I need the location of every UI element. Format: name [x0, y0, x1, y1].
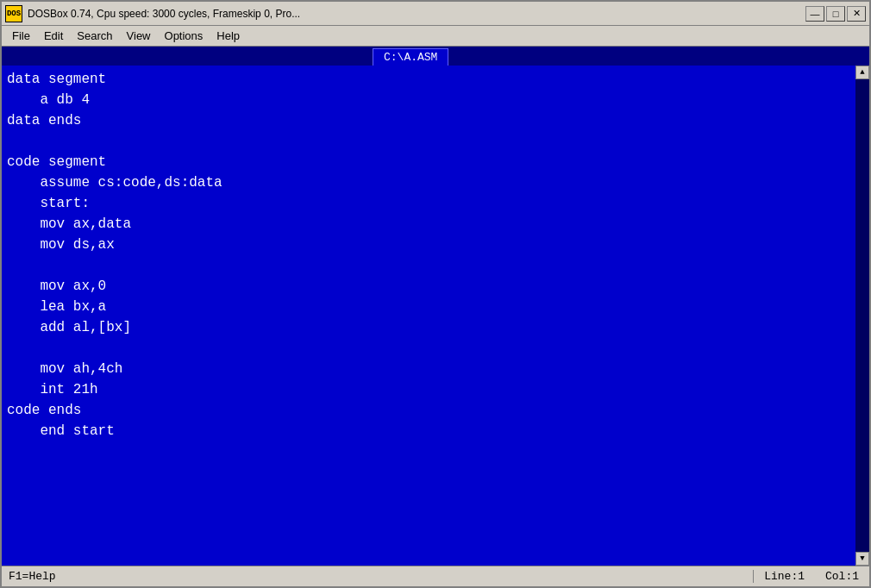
restore-button[interactable]: □ [826, 6, 845, 22]
status-bar: F1=Help Line:1 Col:1 [2, 566, 869, 586]
status-line: Line:1 [753, 570, 815, 583]
menu-help[interactable]: Help [210, 28, 247, 44]
scroll-down-button[interactable]: ▼ [855, 552, 869, 566]
menu-edit[interactable]: Edit [37, 28, 70, 44]
app-window: DOS DOSBox 0.74, Cpu speed: 3000 cycles,… [0, 0, 871, 588]
menu-view[interactable]: View [120, 28, 158, 44]
scroll-up-button[interactable]: ▲ [855, 66, 869, 79]
status-col: Col:1 [815, 570, 869, 583]
active-tab[interactable]: C:\A.ASM [373, 48, 448, 66]
menu-search[interactable]: Search [70, 28, 119, 44]
scroll-track[interactable] [855, 79, 869, 552]
title-bar: DOS DOSBox 0.74, Cpu speed: 3000 cycles,… [2, 2, 869, 26]
status-help: F1=Help [2, 570, 753, 583]
close-button[interactable]: ✕ [847, 6, 866, 22]
minimize-button[interactable]: — [805, 6, 824, 22]
editor-content[interactable]: data segment a db 4 data ends code segme… [2, 66, 855, 566]
menu-file[interactable]: File [5, 28, 37, 44]
dosbox-icon: DOS [5, 5, 22, 22]
menu-bar: File Edit Search View Options Help [2, 26, 869, 47]
window-controls: — □ ✕ [805, 6, 866, 22]
scrollbar: ▲ ▼ [855, 66, 869, 566]
tab-bar: C:\A.ASM [2, 47, 869, 66]
editor-container: data segment a db 4 data ends code segme… [2, 66, 869, 566]
title-text: DOSBox 0.74, Cpu speed: 3000 cycles, Fra… [28, 8, 805, 20]
menu-options[interactable]: Options [158, 28, 210, 44]
